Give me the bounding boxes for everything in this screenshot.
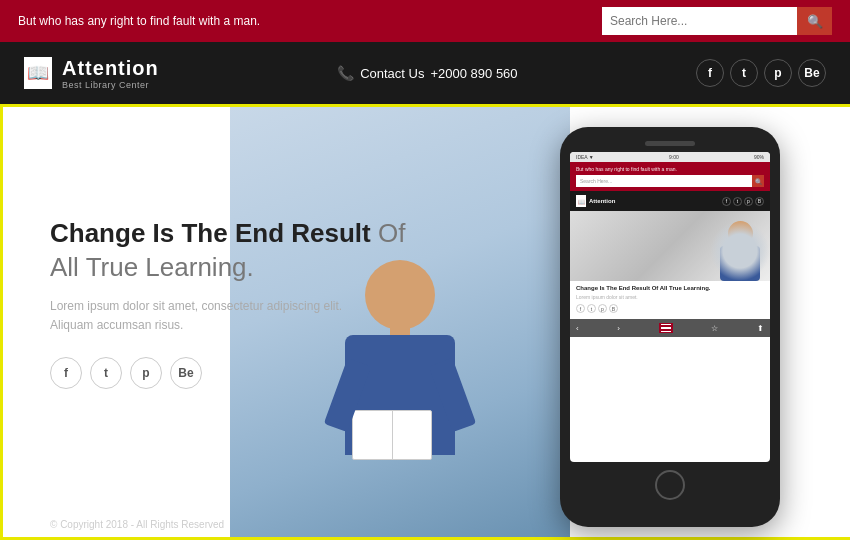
phone-topbar: But who has any right to find fault with… [570,162,770,191]
phone-header: 📖 Attention f t p B [570,191,770,211]
hero-pinterest-icon[interactable]: p [130,357,162,389]
top-bar-tagline: But who has any right to find fault with… [18,14,260,28]
search-icon: 🔍 [807,14,823,29]
phone-search-input: Search Here... [576,178,752,184]
site-header: 📖 Attention Best Library Center 📞 Contac… [0,42,850,104]
logo-book-icon: 📖 [24,57,52,89]
phone-search-btn: 🔍 [752,175,764,187]
phone-hero-content: Change Is The End Result Of All True Lea… [570,281,770,317]
hero-twitter-icon[interactable]: t [90,357,122,389]
contact-number: +2000 890 560 [430,66,517,81]
phone-pt-icon: p [744,197,753,206]
hero-facebook-icon[interactable]: f [50,357,82,389]
phone-screen: IDEA ▼ 9:00 90% But who has any right to… [570,152,770,462]
logo-text: Attention Best Library Center [62,57,159,90]
phone-hero-fb: f [576,304,585,313]
brand-name: Attention [62,57,159,80]
phone-hero-tw: t [587,304,596,313]
phone-search: Search Here... 🔍 [576,175,764,187]
phone-fb-icon: f [722,197,731,206]
phone-mockup: IDEA ▼ 9:00 90% But who has any right to… [550,127,790,540]
hero-social-icons: f t p Be [50,357,430,389]
hero-subtitle: Lorem ipsum dolor sit amet, consectetur … [50,297,370,335]
menu-line-3 [661,331,671,332]
phone-carrier: IDEA ▼ [576,154,594,160]
hero-section: Change Is The End Result Of All True Lea… [0,104,850,540]
hero-content: Change Is The End Result Of All True Lea… [50,217,430,389]
contact-area: 📞 Contact Us +2000 890 560 [337,65,517,81]
contact-label: Contact Us [360,66,424,81]
phone-battery: 90% [754,154,764,160]
header-behance-icon[interactable]: Be [798,59,826,87]
hero-behance-icon[interactable]: Be [170,357,202,389]
phone-logo-text: Attention [589,198,615,204]
phone-icon: 📞 [337,65,354,81]
menu-line-2 [661,327,671,328]
phone-hero-title: Change Is The End Result Of All True Lea… [576,285,764,291]
phone-nav-menu [659,323,673,333]
phone-nav-bar: ‹ › ☆ ⬆ [570,319,770,337]
phone-hero-be: B [609,304,618,313]
phone-tw-icon: t [733,197,742,206]
phone-hero-subtitle: Lorem ipsum dolor sit amet. [576,294,764,300]
phone-nav-share: ⬆ [757,324,764,333]
phone-home-button[interactable] [655,470,685,500]
watermark: © Copyright 2018 - All Rights Reserved [50,519,224,530]
phone-status-bar: IDEA ▼ 9:00 90% [570,152,770,162]
phone-hero-social: f t p B [576,304,764,313]
search-button[interactable]: 🔍 [797,7,832,35]
header-twitter-icon[interactable]: t [730,59,758,87]
menu-line-1 [661,324,671,325]
phone-logo: 📖 Attention [576,195,615,207]
watermark-text: © Copyright 2018 - All Rights Reserved [50,519,224,530]
phone-speaker [645,141,695,146]
phone-social-icons: f t p B [722,197,764,206]
phone-outer: IDEA ▼ 9:00 90% But who has any right to… [560,127,780,527]
phone-nav-back: ‹ [576,324,579,333]
phone-hero-pt: p [598,304,607,313]
phone-time: 9:00 [669,154,679,160]
search-box: 🔍 [602,7,832,35]
phone-child-figure [715,221,765,281]
header-social-icons: f t p Be [696,59,826,87]
hero-title: Change Is The End Result Of All True Lea… [50,217,430,285]
header-facebook-icon[interactable]: f [696,59,724,87]
phone-be-icon: B [755,197,764,206]
brand-subtitle: Best Library Center [62,80,159,90]
phone-nav-forward: › [617,324,620,333]
phone-topbar-text: But who has any right to find fault with… [576,166,764,172]
child-book [352,410,432,460]
hero-title-bold: Change Is The End Result [50,218,371,248]
top-bar: But who has any right to find fault with… [0,0,850,42]
search-input[interactable] [602,7,797,35]
phone-nav-bookmark: ☆ [711,324,718,333]
header-pinterest-icon[interactable]: p [764,59,792,87]
phone-hero-image [570,211,770,281]
phone-logo-icon: 📖 [576,195,586,207]
logo-area: 📖 Attention Best Library Center [24,57,159,90]
